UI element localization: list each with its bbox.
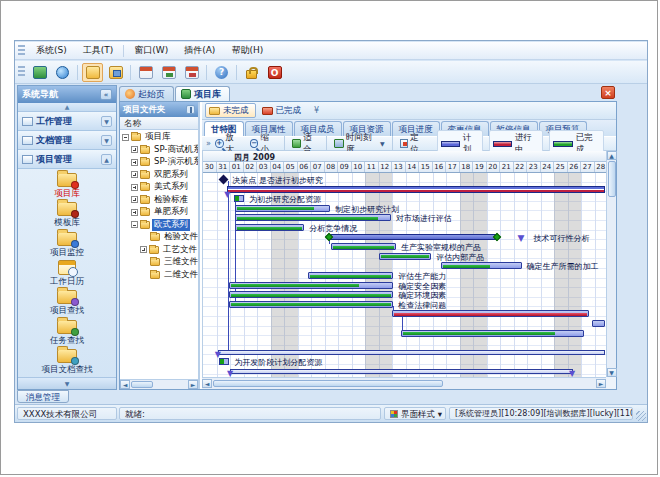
close-tab-button[interactable]: × (601, 86, 615, 99)
menu-item-1[interactable]: 系统(S) (28, 42, 75, 59)
tree-item-6[interactable]: 检验标准 (120, 194, 198, 207)
tool-timescale-button[interactable]: 时间刻度▼ (330, 137, 388, 150)
tree-horizontal-scrollbar[interactable]: ◄ ► (120, 379, 198, 389)
nav-item-1[interactable]: 项目库 (21, 172, 113, 201)
expand-icon[interactable] (131, 159, 138, 166)
menu-item-2[interactable]: 工具(T) (75, 42, 122, 59)
gantt-summary-bar[interactable] (329, 234, 498, 240)
nav-collapsed-section[interactable]: ▼ (18, 377, 116, 389)
nav-item-3[interactable]: 项目监控 (21, 231, 113, 260)
expand-icon[interactable] (131, 146, 138, 153)
toolbar-button[interactable] (181, 63, 202, 82)
tree-item-2[interactable]: SP-商试机系 (120, 144, 198, 157)
gantt-task-bar[interactable] (229, 301, 394, 308)
gantt-task-bar[interactable] (229, 282, 394, 289)
nav-item-4[interactable]: 工作日历 (21, 260, 113, 289)
gantt-task-bar[interactable] (229, 291, 394, 298)
document-tab-2[interactable]: 项目库 (175, 86, 230, 101)
tree-item-10[interactable]: 工艺文件 (120, 244, 198, 257)
scrollbar-thumb[interactable] (131, 381, 153, 388)
tree-item-9[interactable]: 检验文件 (120, 231, 198, 244)
tool-zoom-in-button[interactable]: +放大 (211, 137, 246, 150)
nav-scroll-up-button[interactable]: ▲ (18, 103, 116, 112)
tree-item-4[interactable]: 双肥系列 (120, 169, 198, 182)
nav-item-7[interactable]: 项目文档查找 (21, 348, 113, 377)
expand-icon[interactable] (131, 184, 138, 191)
gantt-task-bar[interactable] (592, 320, 606, 327)
nav-section-3[interactable]: 项目管理▲ (18, 150, 116, 169)
tree-item-3[interactable]: SP-演示机系 (120, 156, 198, 169)
milestone-icon[interactable]: ▼ (518, 234, 525, 242)
tree-column-header[interactable]: 名称 (120, 117, 198, 130)
tree-item-5[interactable]: 美式系列 (120, 181, 198, 194)
milestone-task-icon[interactable] (219, 358, 229, 365)
menu-item-5[interactable]: 帮助(H) (223, 42, 271, 59)
gantt-task-bar[interactable] (401, 330, 583, 337)
tool-fit-button[interactable]: 适合 (288, 137, 324, 150)
nav-section-1[interactable]: 工作管理▼ (18, 112, 116, 131)
toolbar-button[interactable] (105, 63, 126, 82)
tree-item-7[interactable]: 单肥系列 (120, 206, 198, 219)
scroll-down-icon[interactable]: ▼ (607, 368, 617, 377)
gantt-task-bar[interactable] (331, 243, 396, 250)
milestone-task-icon[interactable] (234, 195, 244, 202)
tool-locate-button[interactable]: 定位 (396, 137, 431, 150)
gantt-vertical-scrollbar[interactable]: ▲ ▼ (606, 151, 616, 377)
scrollbar-thumb[interactable] (213, 380, 443, 387)
menu-item-3[interactable]: 窗口(W) (126, 42, 176, 59)
interface-style-button[interactable]: 界面样式 ▾ (384, 407, 446, 420)
nav-section-2[interactable]: 文档管理▼ (18, 131, 116, 150)
expand-icon[interactable] (140, 246, 147, 253)
collapse-icon[interactable] (122, 134, 129, 141)
scroll-left-icon[interactable]: ◄ (202, 379, 212, 388)
nav-pin-icon[interactable]: « (100, 89, 112, 100)
gantt-task-bar[interactable] (308, 272, 393, 279)
toolbar-grip[interactable] (18, 66, 25, 78)
nav-item-2[interactable]: 模板库 (21, 201, 113, 230)
toolbar-button[interactable] (82, 63, 103, 82)
gantt-task-bar[interactable] (392, 310, 589, 317)
message-management-tab[interactable]: 消息管理 (17, 390, 69, 403)
toolbar-button[interactable] (135, 63, 156, 82)
menu-grip[interactable] (18, 45, 25, 57)
scrollbar-thumb[interactable] (608, 161, 616, 197)
filter-button-1[interactable]: 未完成 (205, 103, 256, 118)
gantt-task-bar[interactable] (235, 205, 330, 212)
gantt-summary-bar[interactable] (218, 350, 605, 355)
filter-overflow-icon[interactable]: ¥ (314, 106, 319, 115)
gantt-task-bar[interactable] (441, 262, 522, 269)
tool-zoom-out-button[interactable]: −缩小 (246, 137, 281, 150)
toolbar-button[interactable]: ? (211, 63, 232, 82)
document-tab-1[interactable]: 起始页 (119, 86, 174, 101)
gantt-horizontal-scrollbar[interactable]: ◄ ► (202, 377, 606, 389)
toolbar-button[interactable] (241, 63, 262, 82)
scroll-right-icon[interactable]: ► (596, 379, 606, 388)
gantt-task-bar[interactable] (235, 214, 390, 221)
pin-icon[interactable] (186, 105, 195, 114)
expand-icon[interactable] (131, 171, 138, 178)
collapse-icon[interactable] (131, 221, 138, 228)
tree-item-11[interactable]: 三维文件 (120, 256, 198, 269)
toolbar-button[interactable] (158, 63, 179, 82)
toolbar-button[interactable]: O (264, 63, 285, 82)
tree-item-12[interactable]: 二维文件 (120, 269, 198, 282)
nav-item-5[interactable]: 项目查找 (21, 289, 113, 318)
tree-item-1[interactable]: 项目库 (120, 131, 198, 144)
chevron-down-icon[interactable]: ▼ (101, 116, 112, 127)
toolbar-button[interactable] (29, 63, 50, 82)
gantt-task-bar[interactable] (235, 224, 304, 231)
expand-icon[interactable] (131, 196, 138, 203)
filter-button-2[interactable]: 已完成 (258, 103, 309, 118)
menu-item-4[interactable]: 插件(A) (176, 42, 223, 59)
chevron-down-icon[interactable]: ▼ (101, 135, 112, 146)
gantt-summary-bar[interactable] (230, 369, 573, 374)
tree-item-8[interactable]: 欧式系列 (120, 219, 198, 232)
scroll-left-icon[interactable]: ◄ (120, 380, 130, 389)
resize-grip[interactable] (636, 411, 646, 421)
scroll-right-icon[interactable]: ► (188, 380, 198, 389)
nav-item-6[interactable]: 任务查找 (21, 318, 113, 347)
gantt-task-bar[interactable] (379, 253, 432, 260)
scroll-up-icon[interactable]: ▲ (607, 151, 617, 160)
chevron-up-icon[interactable]: ▲ (101, 154, 112, 165)
toolbar-button[interactable] (52, 63, 73, 82)
